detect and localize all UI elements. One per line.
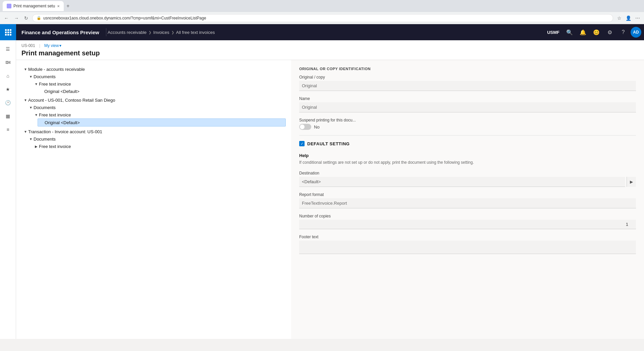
active-tab[interactable]: Print management setu ✕ bbox=[3, 1, 64, 11]
tree-children-transaction: ▼ Documents ▶ Free text invoice bbox=[27, 135, 286, 150]
field-group-number-of-copies: Number of copies bbox=[299, 214, 636, 229]
tree-row-documents2[interactable]: ▼ Documents bbox=[27, 104, 286, 111]
close-tab-button[interactable]: ✕ bbox=[57, 4, 60, 8]
tree-node-fti2: ▼ Free text invoice Original <Default> bbox=[32, 111, 286, 127]
label-footer-text: Footer text bbox=[299, 235, 636, 239]
waffle-dot bbox=[5, 34, 7, 36]
toggle-row-suspend: No bbox=[299, 124, 636, 130]
waffle-grid bbox=[5, 29, 11, 36]
notifications-button[interactable]: 🔔 bbox=[577, 26, 589, 38]
toggle-orig1-icon bbox=[39, 89, 44, 94]
section-divider bbox=[299, 135, 636, 136]
tree-row-fti1[interactable]: ▼ Free text invoice bbox=[32, 80, 286, 88]
tree-node-transaction: ▼ Transaction - Invoice account: US-001 … bbox=[21, 128, 286, 150]
tree-node-account: ▼ Account - US-001, Contoso Retail San D… bbox=[21, 96, 286, 127]
extensions-button[interactable]: ⋯ bbox=[634, 14, 641, 22]
value-name: Original bbox=[299, 102, 636, 112]
label-original-copy: Original / copy bbox=[299, 75, 636, 80]
sidebar-modules-button[interactable]: ≡ bbox=[2, 123, 14, 136]
search-button[interactable]: 🔍 bbox=[564, 26, 576, 38]
top-navbar: Finance and Operations Preview Accounts … bbox=[0, 24, 644, 40]
label-report-format: Report format bbox=[299, 192, 636, 197]
help-button[interactable]: ? bbox=[617, 26, 629, 38]
new-tab-button[interactable]: + bbox=[65, 2, 71, 10]
tree-row-account[interactable]: ▼ Account - US-001, Contoso Retail San D… bbox=[21, 96, 286, 104]
tree-row-fti2[interactable]: ▼ Free text invoice bbox=[32, 111, 286, 118]
sidebar-home-button[interactable]: ⌂ bbox=[2, 70, 14, 82]
help-text: If conditional settings are not set up o… bbox=[299, 159, 636, 165]
view-selector[interactable]: My view ▾ bbox=[44, 43, 61, 48]
destination-row: <Default> ▶ bbox=[299, 177, 636, 187]
default-setting-checkbox[interactable] bbox=[299, 141, 305, 146]
sidebar-favorites-button[interactable]: ★ bbox=[2, 83, 14, 95]
sidebar-recent-button[interactable]: 🕐 bbox=[2, 97, 14, 109]
tree-children-fti2: Original <Default> bbox=[38, 118, 286, 127]
app-container: Finance and Operations Preview Accounts … bbox=[0, 24, 644, 339]
avatar-button[interactable]: AD bbox=[631, 27, 641, 38]
section-title-identification: ORIGINAL OR COPY IDENTIFICATION bbox=[299, 67, 636, 71]
default-setting-header: DEFAULT SETTING bbox=[299, 141, 636, 149]
tree-label-transaction: Transaction - Invoice account: US-001 bbox=[28, 129, 102, 134]
field-group-footer-text: Footer text bbox=[299, 235, 636, 254]
profile-button[interactable]: 👤 bbox=[624, 14, 633, 22]
tree-row-transaction[interactable]: ▼ Transaction - Invoice account: US-001 bbox=[21, 128, 286, 135]
toggle-fti2-icon: ▼ bbox=[34, 112, 39, 117]
field-group-report-format: Report format FreeTextInvoice.Report bbox=[299, 192, 636, 208]
filter-icon bbox=[5, 60, 11, 65]
value-original-copy: Original bbox=[299, 81, 636, 91]
tree-row-fti3[interactable]: ▶ Free text invoice bbox=[32, 143, 286, 150]
value-footer-text bbox=[299, 241, 636, 254]
field-group-destination: Destination <Default> ▶ bbox=[299, 171, 636, 187]
toggle-fti3-icon: ▶ bbox=[34, 144, 39, 149]
toggle-docs2-icon: ▼ bbox=[28, 105, 34, 110]
tree-row-original-default1[interactable]: Original <Default> bbox=[38, 88, 286, 95]
sidebar-workspaces-button[interactable]: ▦ bbox=[2, 110, 14, 122]
separator: | bbox=[39, 43, 40, 48]
field-group-name: Name Original bbox=[299, 96, 636, 112]
settings-button[interactable]: ⚙ bbox=[604, 26, 616, 38]
waffle-dot bbox=[7, 29, 9, 31]
bookmark-button[interactable]: ☆ bbox=[616, 14, 623, 22]
app-title: Finance and Operations Preview bbox=[16, 30, 105, 35]
url-text: usnconeboxax1aos.cloud.onebox.dynamics.c… bbox=[43, 16, 206, 20]
tree-label-fti2: Free text invoice bbox=[39, 112, 71, 117]
tree-row-documents1[interactable]: ▼ Documents bbox=[27, 73, 286, 80]
value-report-format: FreeTextInvoice.Report bbox=[299, 198, 636, 208]
breadcrumb-all-free-text-invoices[interactable]: All free text invoices bbox=[176, 30, 215, 35]
label-destination: Destination bbox=[299, 171, 636, 176]
toggle-knob bbox=[300, 124, 305, 129]
tree-label-fti1: Free text invoice bbox=[39, 82, 71, 87]
suspend-toggle[interactable] bbox=[299, 124, 311, 130]
tree-label-documents1: Documents bbox=[34, 74, 56, 79]
browser-actions: ☆ 👤 ⋯ bbox=[616, 14, 641, 22]
toggle-account-icon: ▼ bbox=[23, 97, 28, 103]
nav-divider bbox=[106, 28, 106, 36]
destination-arrow-button[interactable]: ▶ bbox=[627, 177, 636, 187]
tree-label-documents2: Documents bbox=[34, 105, 56, 110]
breadcrumb-sep-2: ❯ bbox=[171, 31, 174, 34]
tree-row-module[interactable]: ▼ Module - accounts receivable bbox=[21, 65, 286, 73]
sidebar-filter-button[interactable] bbox=[2, 56, 14, 68]
waffle-dot bbox=[10, 34, 11, 36]
back-button[interactable]: ← bbox=[3, 14, 10, 22]
breadcrumb: Accounts receivable ❯ Invoices ❯ All fre… bbox=[108, 30, 215, 35]
waffle-menu-button[interactable] bbox=[0, 24, 16, 40]
tree-label-documents3: Documents bbox=[34, 137, 56, 142]
value-destination: <Default> bbox=[299, 177, 625, 187]
sidebar-menu-button[interactable]: ☰ bbox=[2, 43, 14, 55]
tree-row-original-default2[interactable]: Original <Default> bbox=[38, 118, 286, 127]
label-name: Name bbox=[299, 96, 636, 101]
breadcrumb-accounts-receivable[interactable]: Accounts receivable bbox=[108, 30, 147, 35]
breadcrumb-invoices[interactable]: Invoices bbox=[153, 30, 169, 35]
number-of-copies-input[interactable] bbox=[299, 220, 636, 229]
tree-node-documents3: ▼ Documents ▶ Free text invoice bbox=[27, 135, 286, 150]
reload-button[interactable]: ↻ bbox=[23, 14, 30, 22]
feedback-button[interactable]: 😊 bbox=[590, 26, 602, 38]
url-bar[interactable]: 🔒 usnconeboxax1aos.cloud.onebox.dynamics… bbox=[32, 14, 613, 22]
default-setting-label: DEFAULT SETTING bbox=[307, 141, 350, 146]
tree-node-fti3: ▶ Free text invoice bbox=[32, 143, 286, 150]
tree-row-documents3[interactable]: ▼ Documents bbox=[27, 135, 286, 143]
tree-node-documents2: ▼ Documents ▼ Free text invoice bbox=[27, 104, 286, 127]
forward-button[interactable]: → bbox=[13, 14, 20, 22]
toggle-module-icon: ▼ bbox=[23, 66, 28, 72]
